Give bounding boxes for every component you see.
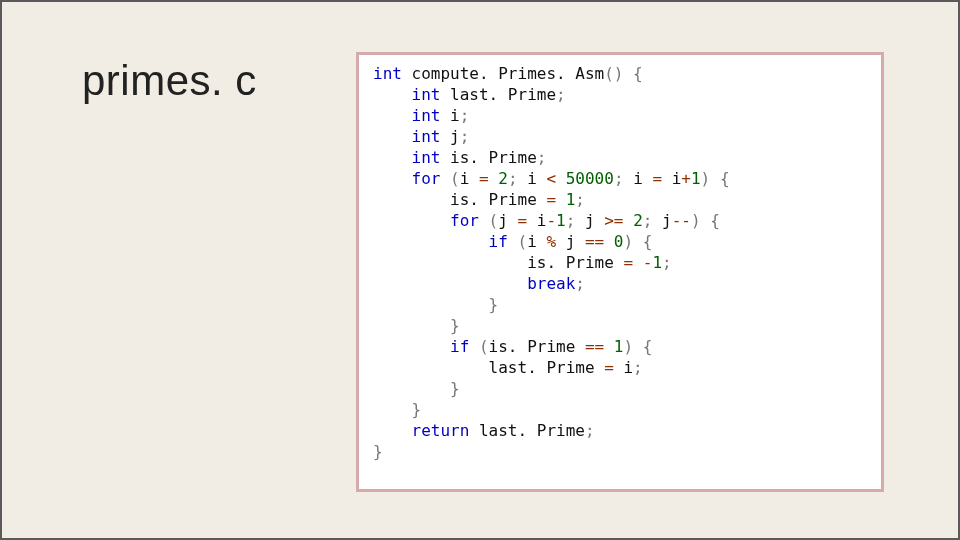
sp (604, 337, 614, 356)
pad (373, 379, 450, 398)
sp (489, 169, 499, 188)
code-box: int compute. Primes. Asm() { int last. P… (356, 52, 884, 492)
pad (373, 337, 450, 356)
punct: () { (604, 64, 643, 83)
id: i (460, 169, 479, 188)
punct: ; (585, 421, 595, 440)
id: is. Prime (450, 190, 546, 209)
id: j (566, 232, 585, 251)
sp (556, 190, 566, 209)
op: = (623, 253, 633, 272)
pad (373, 232, 489, 251)
sp (556, 232, 566, 251)
num: 2 (633, 211, 643, 230)
sp (556, 169, 566, 188)
var: is. Prime (440, 148, 536, 167)
punct: ; (643, 211, 662, 230)
pad (373, 358, 489, 377)
punct: } (489, 295, 499, 314)
num: 50000 (566, 169, 614, 188)
punct: ) { (623, 232, 652, 251)
punct: ; (508, 169, 527, 188)
id: i (633, 169, 652, 188)
op: = (546, 190, 556, 209)
id: is. Prime (489, 337, 585, 356)
punct: ) { (623, 337, 652, 356)
pad (373, 85, 412, 104)
kw: break (527, 274, 575, 293)
num: 1 (556, 211, 566, 230)
op: = (652, 169, 662, 188)
punct: ( (479, 211, 498, 230)
punct: } (450, 316, 460, 335)
id: i (623, 358, 633, 377)
op: = (518, 211, 528, 230)
id: i (672, 169, 682, 188)
pad (373, 253, 527, 272)
id: j (585, 211, 604, 230)
op: < (546, 169, 556, 188)
pad (373, 127, 412, 146)
var: j (440, 127, 459, 146)
sp (624, 211, 634, 230)
op: == (585, 232, 604, 251)
num: 1 (691, 169, 701, 188)
punct: ; (662, 253, 672, 272)
kw: for (412, 169, 441, 188)
id: i (527, 232, 546, 251)
kw: if (450, 337, 469, 356)
kw: for (450, 211, 479, 230)
punct: ; (575, 274, 585, 293)
id: i (527, 169, 546, 188)
sp (604, 232, 614, 251)
id: is. Prime (527, 253, 623, 272)
slide-canvas: primes. c int compute. Primes. Asm() { i… (0, 0, 960, 540)
punct: ; (556, 85, 566, 104)
pad (373, 169, 412, 188)
punct: } (450, 379, 460, 398)
pad (373, 400, 412, 419)
punct: ( (469, 337, 488, 356)
var: last. Prime (440, 85, 556, 104)
op: % (546, 232, 556, 251)
punct: ; (460, 106, 470, 125)
id: j (662, 211, 672, 230)
punct: ; (614, 169, 633, 188)
kw: int (412, 85, 441, 104)
num: 1 (652, 253, 662, 272)
kw: int (373, 64, 402, 83)
punct: ; (460, 127, 470, 146)
op: == (585, 337, 604, 356)
pad (373, 211, 450, 230)
op: - (643, 253, 653, 272)
num: 2 (498, 169, 508, 188)
pad (373, 148, 412, 167)
num: 1 (566, 190, 576, 209)
kw: return (412, 421, 470, 440)
op: - (546, 211, 556, 230)
fn-name: compute. Primes. Asm (402, 64, 604, 83)
punct: ; (575, 190, 585, 209)
pad (373, 421, 412, 440)
punct: } (412, 400, 422, 419)
op: = (604, 358, 614, 377)
punct: ( (440, 169, 459, 188)
punct: } (373, 442, 383, 461)
id: i (537, 211, 547, 230)
punct: ; (566, 211, 585, 230)
kw: if (489, 232, 508, 251)
id: last. Prime (469, 421, 585, 440)
op: + (681, 169, 691, 188)
pad (373, 190, 450, 209)
op: -- (672, 211, 691, 230)
punct: ( (508, 232, 527, 251)
op: = (479, 169, 489, 188)
var: i (440, 106, 459, 125)
code-listing: int compute. Primes. Asm() { int last. P… (373, 63, 867, 462)
sp (662, 169, 672, 188)
pad (373, 316, 450, 335)
page-title: primes. c (82, 57, 257, 105)
sp (633, 253, 643, 272)
pad (373, 274, 527, 293)
id: last. Prime (489, 358, 605, 377)
